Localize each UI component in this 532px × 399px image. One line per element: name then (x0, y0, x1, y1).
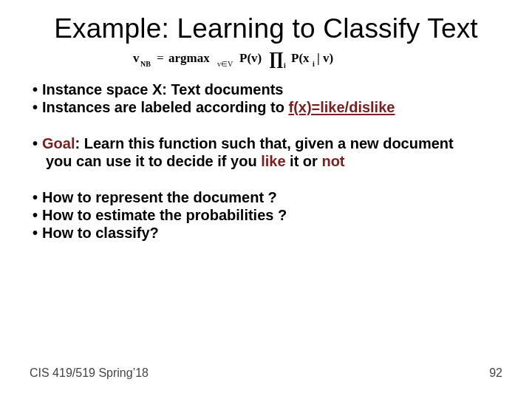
bullet-classify: • How to classify? (33, 225, 499, 242)
bullet-text: How to classify? (42, 225, 159, 242)
svg-text:P(x: P(x (291, 51, 310, 65)
bullet-goal-continuation: you can use it to decide if you like it … (46, 153, 499, 171)
bullet-represent: • How to represent the document ? (33, 189, 499, 207)
svg-text:| v): | v) (317, 51, 333, 65)
slide-title: Example: Learning to Classify Text (33, 13, 499, 44)
text-fragment: you can use it to decide if you (46, 153, 261, 169)
bullet-text: Goal: Learn this function such that, giv… (42, 135, 454, 153)
bullet-text: you can use it to decide if you like it … (46, 153, 345, 171)
svg-text:argmax: argmax (168, 51, 210, 65)
bullet-text: Instance space X: Text documents (42, 81, 283, 99)
text-fragment: Instances are labeled according to (42, 99, 288, 115)
text-fragment: it or (286, 153, 322, 169)
naive-bayes-formula: v NB = argmax v∈V P(v) ∏ i P(x i | v) (33, 49, 499, 71)
fx-like-dislike: f(x)=like/dislike (288, 99, 395, 115)
footer-course: CIS 419/519 Spring’18 (30, 366, 149, 380)
slide: Example: Learning to Classify Text v NB … (0, 0, 532, 399)
bullet-instance-space: • Instance space X: Text documents (33, 81, 499, 99)
bullet-dot: • (33, 225, 38, 242)
not-word: not (321, 153, 344, 169)
svg-text:i: i (313, 60, 315, 68)
svg-text:P(v): P(v) (239, 51, 262, 65)
svg-text:=: = (157, 51, 164, 65)
bullet-estimate: • How to estimate the probabilities ? (33, 207, 499, 225)
bullet-text: Instances are labeled according to f(x)=… (42, 99, 395, 117)
goal-word: Goal (42, 135, 75, 151)
footer-page-number: 92 (489, 366, 502, 380)
svg-text:i: i (284, 61, 286, 69)
bullet-dot: • (33, 99, 38, 117)
bullet-dot: • (33, 207, 38, 225)
bullet-dot: • (33, 81, 38, 99)
svg-text:v∈V: v∈V (217, 60, 233, 68)
svg-text:NB: NB (140, 60, 151, 68)
svg-text:∏: ∏ (269, 49, 284, 68)
bullet-instances-labeled: • Instances are labeled according to f(x… (33, 99, 499, 117)
bullet-dot: • (33, 135, 38, 153)
bullet-dot: • (33, 189, 38, 207)
slide-body: • Instance space X: Text documents • Ins… (33, 81, 499, 242)
svg-text:v: v (133, 51, 140, 65)
bullet-text: How to estimate the probabilities ? (42, 207, 287, 225)
bullet-group-2: • Goal: Learn this function such that, g… (33, 135, 499, 170)
bullet-text: How to represent the document ? (42, 189, 277, 207)
bullet-goal: • Goal: Learn this function such that, g… (33, 135, 499, 153)
slide-footer: CIS 419/519 Spring’18 92 (30, 366, 502, 380)
like-word: like (261, 153, 285, 169)
text-fragment: : Learn this function such that, given a… (75, 135, 453, 151)
bullet-group-1: • Instance space X: Text documents • Ins… (33, 81, 499, 116)
bullet-group-3: • How to represent the document ? • How … (33, 189, 499, 242)
